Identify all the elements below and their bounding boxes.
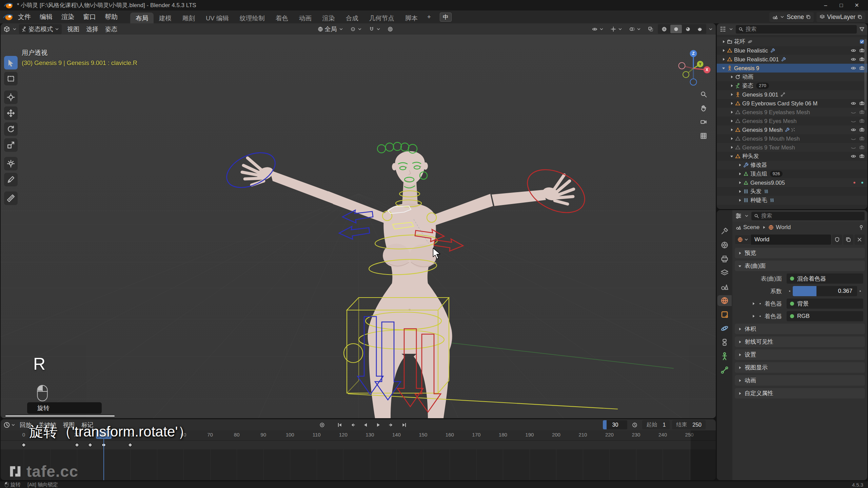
workspace-tab-布局[interactable]: 布局: [130, 13, 154, 23]
keyframe-40[interactable]: [127, 442, 133, 448]
maximize-button[interactable]: □: [833, 0, 849, 11]
expand-toggle[interactable]: [736, 163, 743, 167]
tool-annotate[interactable]: [4, 173, 18, 186]
workspace-tab-脚本[interactable]: 脚本: [400, 13, 423, 23]
tool-transform[interactable]: [4, 157, 18, 170]
outliner-row-Genesis 9 Eyelashes Mesh[interactable]: Genesis 9 Eyelashes Mesh: [717, 108, 867, 117]
panel-自定义属性[interactable]: 自定义属性: [735, 388, 865, 399]
outliner-row-Genesis9.005[interactable]: Genesis9.005: [717, 178, 867, 187]
hide-viewport-toggle[interactable]: [851, 136, 856, 141]
auto-keying-button[interactable]: [316, 420, 328, 429]
expand-toggle[interactable]: [728, 154, 735, 159]
hide-viewport-toggle[interactable]: [851, 48, 856, 53]
outliner-row-Blue Realistic.001[interactable]: Blue Realistic.001: [717, 55, 867, 64]
expand-toggle[interactable]: [736, 198, 743, 203]
overlays-toggle[interactable]: [627, 25, 644, 33]
hide-viewport-toggle[interactable]: [851, 65, 856, 71]
disable-render-toggle[interactable]: [859, 118, 865, 124]
outliner-row-Genesis 9 Mouth Mesh[interactable]: Genesis 9 Mouth Mesh: [717, 134, 867, 143]
factor-slider[interactable]: 0.367: [793, 286, 857, 296]
editor-type-outliner-icon[interactable]: [719, 26, 726, 33]
fake-user-button[interactable]: [832, 235, 842, 245]
outliner-search-input[interactable]: 搜索: [736, 25, 857, 34]
shading-wireframe[interactable]: [658, 25, 670, 33]
workspace-tab-合成[interactable]: 合成: [340, 13, 364, 23]
keyframe-dot-icon[interactable]: [787, 289, 792, 293]
ortho-toggle-button[interactable]: [699, 131, 708, 140]
panel-动画[interactable]: 动画: [735, 375, 865, 386]
hide-viewport-toggle[interactable]: [851, 154, 856, 159]
workspace-tab-UV 编辑[interactable]: UV 编辑: [200, 13, 234, 23]
panel-射线可见性[interactable]: 射线可见性: [735, 337, 865, 347]
expand-toggle[interactable]: [736, 180, 743, 185]
jump-to-start-button[interactable]: [334, 420, 346, 429]
panel-视图显示[interactable]: 视图显示: [735, 362, 865, 373]
properties-search-input[interactable]: 搜索: [751, 212, 865, 220]
outliner-row-头发[interactable]: 头发: [717, 187, 867, 196]
outliner-row-Genesis 9.001[interactable]: Genesis 9.001: [717, 90, 867, 99]
expand-toggle[interactable]: [728, 101, 735, 106]
expand-toggle[interactable]: [736, 189, 743, 194]
close-button[interactable]: ✕: [849, 0, 865, 11]
shader2-button[interactable]: RGB: [787, 311, 863, 321]
editor-type-properties-icon[interactable]: [735, 212, 742, 219]
triangle-right-icon[interactable]: [751, 301, 756, 306]
camera-view-button[interactable]: [699, 118, 708, 126]
view-layer-selector[interactable]: ViewLayer: [816, 12, 865, 22]
proportional-editing[interactable]: [385, 25, 395, 33]
transform-orientation[interactable]: 全局: [315, 24, 346, 34]
outliner-row-种头发[interactable]: 种头发: [717, 152, 867, 161]
hide-viewport-toggle[interactable]: [851, 109, 856, 115]
hide-viewport-toggle[interactable]: [851, 101, 856, 106]
expand-toggle[interactable]: [720, 39, 727, 44]
prev-keyframe-button[interactable]: [347, 420, 359, 429]
mode-selector[interactable]: 姿态模式: [19, 24, 62, 34]
unlink-button[interactable]: [854, 235, 865, 245]
outliner-row-种睫毛[interactable]: 种睫毛: [717, 196, 867, 205]
properties-tab-object[interactable]: [717, 309, 732, 320]
editor-type-timeline-icon[interactable]: [3, 422, 10, 428]
play-reverse-button[interactable]: [359, 420, 372, 429]
properties-tab-object-data[interactable]: [717, 351, 732, 362]
workspace-tab-动画[interactable]: 动画: [294, 13, 317, 23]
world-browse-button[interactable]: [735, 235, 751, 244]
tool-scale[interactable]: [4, 138, 18, 152]
disable-render-toggle[interactable]: [859, 109, 865, 115]
outliner-row-Genesis 9 Tear Mesh[interactable]: Genesis 9 Tear Mesh: [717, 143, 867, 152]
panel-preview[interactable]: 预览: [735, 248, 865, 258]
menu-窗口[interactable]: 窗口: [79, 11, 100, 23]
properties-tab-bone[interactable]: [717, 365, 732, 375]
outliner-row-顶点组[interactable]: 顶点组926: [717, 169, 867, 178]
surface-shader-button[interactable]: 混合着色器: [787, 273, 863, 284]
properties-tab-render[interactable]: [717, 240, 732, 250]
zoom-button[interactable]: [699, 90, 708, 99]
current-frame-field[interactable]: 30: [603, 420, 627, 429]
expand-toggle[interactable]: [728, 83, 735, 88]
add-workspace-button[interactable]: +: [423, 11, 435, 23]
menu-渲染[interactable]: 渲染: [57, 11, 79, 23]
expand-toggle[interactable]: [736, 171, 743, 176]
tool-move[interactable]: [4, 106, 18, 120]
pin-icon[interactable]: [859, 225, 864, 230]
blender-menu-icon[interactable]: [3, 13, 14, 21]
disable-render-toggle[interactable]: [859, 136, 865, 141]
keyframe-0[interactable]: [21, 442, 26, 448]
timeline-tracks[interactable]: [1, 441, 716, 480]
hide-viewport-toggle[interactable]: [851, 145, 856, 150]
use-preview-range-button[interactable]: [630, 420, 640, 429]
disable-render-toggle[interactable]: [859, 101, 865, 106]
viewport-menu-选择[interactable]: 选择: [83, 24, 102, 34]
breadcrumb-scene[interactable]: Scene: [743, 224, 760, 231]
tool-rotate[interactable]: [4, 122, 18, 136]
expand-toggle[interactable]: [728, 145, 735, 150]
expand-toggle[interactable]: [728, 110, 735, 115]
workspace-tab-建模[interactable]: 建模: [154, 13, 177, 23]
pivot-point[interactable]: [348, 25, 364, 33]
hide-viewport-toggle[interactable]: [851, 118, 856, 124]
hide-viewport-toggle[interactable]: [851, 57, 856, 62]
frame-end-field[interactable]: 结束 250: [672, 420, 706, 429]
properties-tab-tool[interactable]: [717, 226, 732, 237]
jump-to-end-button[interactable]: [398, 420, 410, 429]
menu-编辑[interactable]: 编辑: [35, 11, 57, 23]
properties-tab-view-layer[interactable]: [717, 267, 732, 278]
